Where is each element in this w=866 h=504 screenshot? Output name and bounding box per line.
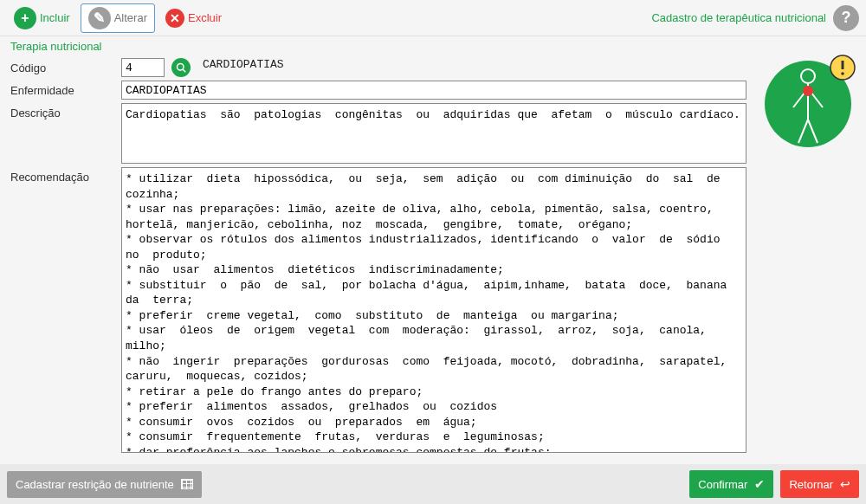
recomendacao-label: Recomendação bbox=[10, 167, 121, 184]
body-figure bbox=[760, 52, 856, 158]
toolbar: + Incluir ✎ Alterar ✕ Excluir Cadastro d… bbox=[0, 0, 866, 36]
page-title: Cadastro de terapêutica nutricional bbox=[651, 11, 826, 24]
retornar-button[interactable]: Retornar ↩ bbox=[780, 470, 859, 498]
codigo-input[interactable] bbox=[121, 58, 165, 77]
recomendacao-textarea[interactable] bbox=[121, 167, 746, 453]
retornar-label: Retornar bbox=[789, 478, 833, 491]
descricao-label: Descrição bbox=[10, 103, 121, 120]
svg-point-0 bbox=[178, 64, 184, 71]
help-icon[interactable]: ? bbox=[833, 5, 859, 31]
codigo-title: CARDIOPATIAS bbox=[203, 58, 284, 71]
descricao-textarea[interactable] bbox=[121, 103, 746, 164]
incluir-label: Incluir bbox=[40, 11, 70, 24]
confirmar-label: Confirmar bbox=[698, 478, 747, 491]
svg-line-1 bbox=[183, 69, 185, 72]
cadastrar-restricao-button[interactable]: Cadastrar restrição de nutriente bbox=[7, 471, 202, 498]
check-icon: ✔ bbox=[754, 477, 765, 491]
plus-icon: + bbox=[14, 7, 36, 29]
section-title: Terapia nutricional bbox=[0, 36, 866, 56]
form-area: Código CARDIOPATIAS Enfermidade Descriçã… bbox=[0, 56, 866, 458]
svg-point-12 bbox=[841, 72, 844, 75]
confirmar-button[interactable]: Confirmar ✔ bbox=[689, 470, 773, 498]
excluir-button[interactable]: ✕ Excluir bbox=[158, 6, 229, 30]
excluir-label: Excluir bbox=[188, 11, 222, 24]
return-icon: ↩ bbox=[840, 477, 850, 491]
pencil-icon: ✎ bbox=[88, 7, 111, 29]
incluir-button[interactable]: + Incluir bbox=[7, 4, 77, 32]
alterar-label: Alterar bbox=[114, 11, 147, 24]
svg-point-9 bbox=[803, 86, 813, 96]
alterar-button[interactable]: ✎ Alterar bbox=[81, 3, 155, 33]
enfermidade-label: Enfermidade bbox=[10, 81, 121, 97]
search-icon[interactable] bbox=[171, 58, 191, 77]
grid-icon bbox=[181, 479, 193, 489]
codigo-label: Código bbox=[10, 58, 121, 74]
enfermidade-input[interactable] bbox=[121, 81, 746, 100]
footer: Cadastrar restrição de nutriente Confirm… bbox=[0, 464, 866, 504]
cadastrar-label: Cadastrar restrição de nutriente bbox=[16, 478, 174, 491]
x-icon: ✕ bbox=[165, 9, 184, 28]
